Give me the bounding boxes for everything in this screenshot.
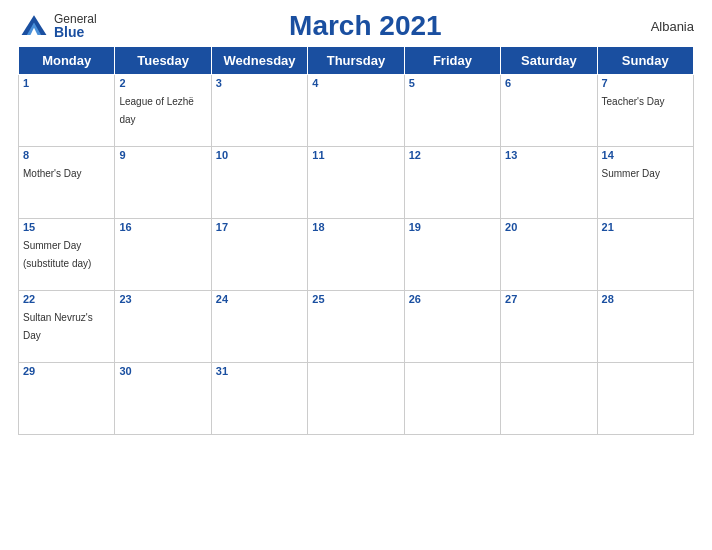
cell-date-number: 18	[312, 221, 399, 233]
week-row-2: 8Mother's Day91011121314Summer Day	[19, 147, 694, 219]
table-cell: 16	[115, 219, 211, 291]
cell-date-number: 20	[505, 221, 592, 233]
cell-date-number: 27	[505, 293, 592, 305]
top-bar: General Blue March 2021 Albania	[18, 10, 694, 42]
col-sunday: Sunday	[597, 47, 693, 75]
table-cell: 22Sultan Nevruz's Day	[19, 291, 115, 363]
table-cell: 21	[597, 219, 693, 291]
col-thursday: Thursday	[308, 47, 404, 75]
table-cell: 1	[19, 75, 115, 147]
cell-date-number: 14	[602, 149, 689, 161]
table-cell	[501, 363, 597, 435]
table-cell: 18	[308, 219, 404, 291]
cell-date-number: 2	[119, 77, 206, 89]
country-label: Albania	[634, 19, 694, 34]
table-cell: 5	[404, 75, 500, 147]
table-cell: 24	[211, 291, 307, 363]
cell-date-number: 24	[216, 293, 303, 305]
week-row-4: 22Sultan Nevruz's Day232425262728	[19, 291, 694, 363]
table-cell: 13	[501, 147, 597, 219]
cell-date-number: 6	[505, 77, 592, 89]
table-cell: 6	[501, 75, 597, 147]
calendar-page: General Blue March 2021 Albania Monday T…	[0, 0, 712, 550]
table-cell	[404, 363, 500, 435]
cell-date-number: 25	[312, 293, 399, 305]
logo-blue-label: Blue	[54, 25, 97, 39]
cell-date-number: 13	[505, 149, 592, 161]
cell-date-number: 1	[23, 77, 110, 89]
cell-date-number: 11	[312, 149, 399, 161]
cell-event-label: Summer Day	[602, 168, 660, 179]
col-friday: Friday	[404, 47, 500, 75]
cell-date-number: 30	[119, 365, 206, 377]
cell-date-number: 17	[216, 221, 303, 233]
cell-date-number: 5	[409, 77, 496, 89]
cell-date-number: 12	[409, 149, 496, 161]
cell-date-number: 4	[312, 77, 399, 89]
cell-date-number: 21	[602, 221, 689, 233]
col-tuesday: Tuesday	[115, 47, 211, 75]
table-cell: 25	[308, 291, 404, 363]
cell-date-number: 15	[23, 221, 110, 233]
table-cell: 31	[211, 363, 307, 435]
table-cell: 4	[308, 75, 404, 147]
cell-date-number: 31	[216, 365, 303, 377]
col-monday: Monday	[19, 47, 115, 75]
cell-date-number: 9	[119, 149, 206, 161]
cell-date-number: 28	[602, 293, 689, 305]
calendar-title: March 2021	[97, 10, 634, 42]
cell-date-number: 26	[409, 293, 496, 305]
logo: General Blue	[18, 10, 97, 42]
cell-event-label: Sultan Nevruz's Day	[23, 312, 93, 341]
table-cell: 2League of Lezhë day	[115, 75, 211, 147]
cell-date-number: 19	[409, 221, 496, 233]
week-row-3: 15Summer Day (substitute day)16171819202…	[19, 219, 694, 291]
cell-date-number: 29	[23, 365, 110, 377]
table-cell: 30	[115, 363, 211, 435]
cell-date-number: 23	[119, 293, 206, 305]
table-cell: 27	[501, 291, 597, 363]
cell-event-label: Summer Day (substitute day)	[23, 240, 91, 269]
table-cell	[308, 363, 404, 435]
cell-date-number: 22	[23, 293, 110, 305]
cell-date-number: 8	[23, 149, 110, 161]
table-cell: 11	[308, 147, 404, 219]
table-cell: 7Teacher's Day	[597, 75, 693, 147]
cell-event-label: League of Lezhë day	[119, 96, 194, 125]
cell-date-number: 10	[216, 149, 303, 161]
cell-event-label: Mother's Day	[23, 168, 82, 179]
cell-date-number: 3	[216, 77, 303, 89]
cell-date-number: 7	[602, 77, 689, 89]
logo-text: General Blue	[54, 13, 97, 39]
logo-icon	[18, 10, 50, 42]
week-row-1: 12League of Lezhë day34567Teacher's Day	[19, 75, 694, 147]
header-row: Monday Tuesday Wednesday Thursday Friday…	[19, 47, 694, 75]
table-cell: 28	[597, 291, 693, 363]
table-cell: 19	[404, 219, 500, 291]
cell-date-number: 16	[119, 221, 206, 233]
table-cell: 17	[211, 219, 307, 291]
table-cell: 14Summer Day	[597, 147, 693, 219]
table-cell: 12	[404, 147, 500, 219]
col-saturday: Saturday	[501, 47, 597, 75]
cell-event-label: Teacher's Day	[602, 96, 665, 107]
table-cell: 9	[115, 147, 211, 219]
col-wednesday: Wednesday	[211, 47, 307, 75]
table-cell: 10	[211, 147, 307, 219]
table-cell: 23	[115, 291, 211, 363]
table-cell: 26	[404, 291, 500, 363]
table-cell: 29	[19, 363, 115, 435]
calendar-table: Monday Tuesday Wednesday Thursday Friday…	[18, 46, 694, 435]
table-cell: 20	[501, 219, 597, 291]
table-cell	[597, 363, 693, 435]
week-row-5: 293031	[19, 363, 694, 435]
table-cell: 15Summer Day (substitute day)	[19, 219, 115, 291]
table-cell: 3	[211, 75, 307, 147]
table-cell: 8Mother's Day	[19, 147, 115, 219]
